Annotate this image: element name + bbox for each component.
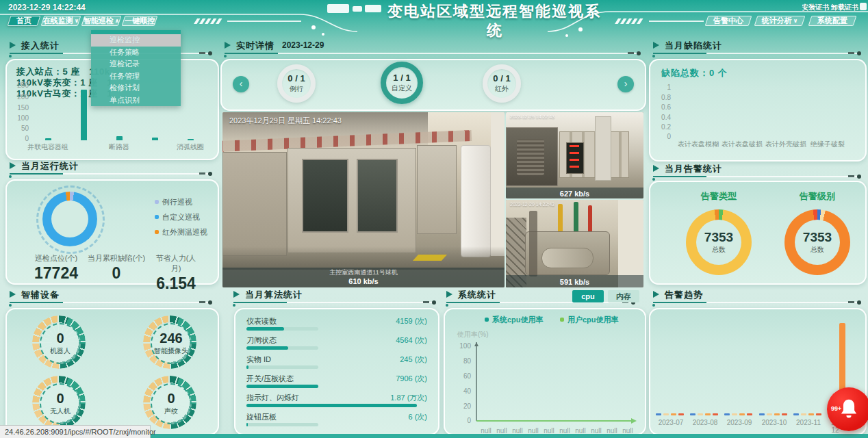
section-title: 告警趋势	[665, 289, 703, 301]
notification-bell-button[interactable]: 99+	[827, 387, 868, 431]
gauge-robot: 0机器人	[32, 315, 86, 369]
notification-badge: 99+	[831, 405, 841, 412]
carousel-next-button[interactable]: ›	[617, 76, 634, 92]
legend-dot-icon	[485, 318, 489, 322]
video-timestamp: 2023年12月29日 星期五 14:22:43	[229, 116, 342, 126]
task-ring-infrared[interactable]: 0 / 1红外	[483, 64, 521, 103]
legend-item: 自定义巡视	[155, 212, 200, 222]
nav-online-monitor[interactable]: 在线监测∨	[42, 16, 79, 26]
section-title: 当月算法统计	[245, 289, 303, 301]
bitrate: 591 kb/s	[560, 278, 589, 286]
realtime-date: 2023-12-29	[282, 40, 324, 50]
gauge-smart-camera: 246智能摄像头	[143, 315, 196, 369]
video-secondary-bottom[interactable]: 2023-12-29 14:22:43 591 kb/s	[506, 200, 643, 287]
section-underline	[10, 302, 212, 303]
defects-header: 当月缺陷统计	[653, 40, 861, 57]
section-underline	[10, 173, 212, 175]
legend-dot-icon	[560, 318, 564, 322]
menu-item-single-point[interactable]: 单点识别	[91, 94, 181, 107]
legend-item: 系统cpu使用率	[485, 315, 544, 325]
nav-home[interactable]: 首页	[9, 16, 39, 26]
section-marker-icon	[10, 42, 16, 49]
menu-item-patrol-monitor[interactable]: 巡检监控	[91, 34, 181, 47]
nav-stat-analysis[interactable]: 统计分析∨	[756, 16, 804, 26]
redacted-logo	[327, 4, 349, 13]
carousel-prev-button[interactable]: ‹	[233, 76, 249, 92]
stat-month-defects: 当月累积缺陷(个)0	[88, 253, 145, 283]
video-timestamp: 2023-12-29 14:22:43	[510, 202, 554, 207]
arrow-right-icon: ›	[624, 78, 628, 89]
section-marker-icon	[653, 291, 659, 298]
arrow-left-icon: ‹	[240, 78, 243, 89]
system-stats-header: 系统统计	[446, 289, 635, 307]
bitrate: 627 kb/s	[560, 190, 589, 198]
tab-memory[interactable]: 内存	[608, 290, 639, 302]
algo-bar	[246, 385, 318, 388]
task-ring-custom[interactable]: 1 / 1自定义	[381, 62, 423, 104]
algo-bar	[246, 423, 248, 426]
redacted-logo	[860, 3, 867, 10]
devices-header: 智辅设备	[10, 289, 212, 307]
chevron-up-icon: ∧	[115, 18, 120, 24]
legend-dot-icon	[155, 215, 159, 219]
defects-panel: 缺陷总数：0 个 1 0.8 0.6 0.4 0.2 0 表计表盘模糊 表计表盘…	[649, 59, 867, 162]
system-stats-panel: 系统cpu使用率 用户cpu使用率 使用率(%) 100 80 60 40 20…	[444, 308, 646, 435]
stat-patrol-points: 巡检点位(个)17724	[34, 253, 78, 283]
algo-bar	[246, 346, 288, 350]
alarm-level-label: 告警级别	[800, 190, 835, 203]
run-type-donut	[42, 192, 97, 246]
patrol-dropdown-menu: 巡检监控 任务策略 巡检记录 任务管理 检修计划 单点识别	[91, 30, 181, 106]
menu-item-maintenance-plan[interactable]: 检修计划	[91, 82, 181, 94]
task-ring-routine[interactable]: 0 / 1例行	[277, 64, 316, 103]
legend-item: 用户cpu使用率	[560, 315, 619, 325]
video-main[interactable]: 2023年12月29日 星期五 14:22:43 主控室西南通道11号球机 61…	[222, 112, 505, 287]
section-underline	[225, 53, 641, 54]
section-marker-icon	[10, 291, 16, 298]
task-carousel-panel: ‹ › 0 / 1例行 1 / 1自定义 0 / 1红外	[220, 59, 646, 111]
bar	[45, 138, 51, 140]
video-info-bar: 591 kb/s	[506, 275, 643, 287]
section-marker-icon	[10, 162, 16, 169]
bar	[116, 136, 123, 140]
gauge-drone: 0无人机	[32, 376, 86, 429]
certificate-links[interactable]: 安装证书 卸载证书	[802, 3, 858, 12]
legend-item: 例行巡视	[155, 197, 192, 207]
tab-cpu[interactable]: cpu	[572, 290, 604, 302]
camera-name: 主控室西南通道11号球机	[222, 268, 505, 277]
legend-item: 红外测温巡视	[155, 227, 207, 237]
video-info-bar: 主控室西南通道11号球机 610 kb/s	[222, 268, 505, 287]
algo-stats-header: 当月算法统计	[233, 289, 436, 307]
redacted-logo	[353, 6, 362, 12]
section-marker-icon	[233, 291, 240, 298]
section-marker-icon	[653, 165, 659, 172]
devices-panel: 0机器人 246智能摄像头 0无人机 0声纹	[5, 308, 219, 435]
browser-status-url: 24.46.26.208:9091/ipcs/#/ROOT/znxj/monit…	[0, 425, 151, 438]
clock: 2023-12-29 14:22:44	[8, 3, 86, 12]
algo-bar	[246, 365, 248, 369]
nav-smart-patrol[interactable]: 智能巡检∧	[83, 16, 120, 26]
section-title: 当月缺陷统计	[665, 40, 722, 52]
section-marker-icon	[446, 291, 452, 298]
alarm-stats-panel: 告警类型 告警级别 7353 总数 7353 总数	[649, 181, 867, 285]
section-title: 接入统计	[21, 40, 60, 52]
chevron-down-icon: ∨	[793, 18, 798, 24]
alarm-type-donut: 7353 总数	[686, 209, 752, 275]
video-secondary-top[interactable]: 2023-12-29 14:22:43 627 kb/s	[506, 112, 643, 198]
nav-alarm-center[interactable]: 告警中心	[706, 16, 750, 26]
nav-sys-config[interactable]: 系统配置	[810, 16, 855, 26]
dashboard-root: 2023-12-29 14:22:44 变电站区域型远程智能巡视系 统 安装证书…	[0, 0, 868, 438]
algo-bar	[246, 327, 284, 331]
section-marker-icon	[653, 42, 659, 49]
alarm-stats-header: 当月告警统计	[653, 163, 861, 181]
alarm-type-label: 告警类型	[701, 190, 737, 203]
menu-item-task-strategy[interactable]: 任务策略	[91, 47, 181, 59]
menu-item-task-manage[interactable]: 任务管理	[91, 70, 181, 83]
video-info-bar: 627 kb/s	[506, 188, 643, 198]
gauge-voiceprint: 0声纹	[143, 376, 196, 429]
menu-item-patrol-records[interactable]: 巡检记录	[91, 58, 181, 70]
algo-stats-panel: 仪表读数 4159 (次) 刀闸状态 4564 (次) 实物 ID 245 (次…	[234, 308, 439, 435]
monthly-run-header: 当月运行统计	[10, 160, 212, 178]
section-title: 当月运行统计	[21, 160, 79, 172]
nav-one-key[interactable]: 一键顺控	[123, 16, 156, 26]
redacted-logo	[365, 5, 381, 12]
